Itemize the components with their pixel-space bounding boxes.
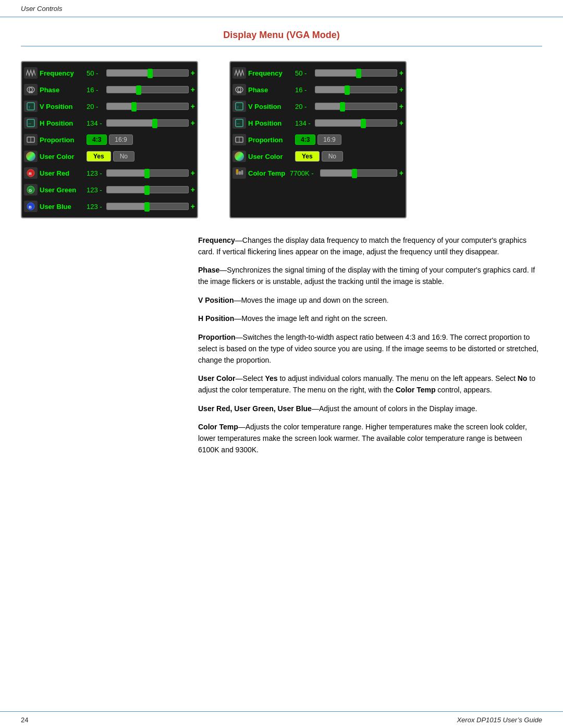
phase-label-right: Phase: [248, 86, 295, 94]
page-title: Display Menu (VGA Mode): [21, 30, 542, 46]
hpos-plus-right: +: [399, 119, 403, 127]
proportion-desc-para: Proportion—Switches the length-to-width …: [198, 332, 542, 366]
freq-slider-left[interactable]: [106, 69, 189, 77]
proportion-icon-left: [24, 134, 38, 145]
usercolor-bold-colortemp: Color Temp: [396, 386, 436, 394]
vpos-slider-right[interactable]: [315, 103, 397, 110]
frequency-icon-right: [232, 67, 246, 79]
colortemp-label-right: Color Temp: [248, 169, 290, 177]
usercolor-no-btn-right[interactable]: No: [322, 151, 343, 162]
usercolor-label-right: User Color: [248, 153, 295, 161]
vpos-row-right: ↕ V Position 20 - +: [232, 98, 403, 114]
vpos-label-right: V Position: [248, 103, 295, 110]
frequency-icon-left: [24, 67, 38, 79]
userred-icon-left: R: [24, 167, 38, 179]
usercolor-btns-left: Yes No: [87, 151, 195, 162]
footer-bar: 24 Xerox DP1015 User’s Guide: [0, 711, 563, 728]
usercolor-row-right: User Color Yes No: [232, 149, 403, 164]
hpos-label-left: H Position: [40, 119, 87, 127]
userblue-slider-left[interactable]: [106, 203, 189, 210]
proportion-icon-right: [232, 134, 246, 145]
proportion-text: Switches the length-to-width aspect rati…: [198, 333, 538, 364]
freq-row-right: Frequency 50 - +: [232, 65, 403, 81]
hpos-slider-left[interactable]: [106, 119, 189, 127]
colortemp-value-right: 7700K -: [290, 169, 320, 177]
svg-text:R: R: [29, 171, 32, 176]
right-osd-menu: Frequency 50 - + Phase 16 -: [229, 61, 407, 218]
proportion-43-btn-right[interactable]: 4:3: [295, 134, 315, 145]
phase-row-left: Phase 16 - +: [24, 82, 195, 97]
proportion-label-right: Proportion: [248, 136, 295, 144]
proportion-row-left: Proportion 4:3 16:9: [24, 132, 195, 147]
hpos-sep: —: [234, 314, 241, 323]
svg-text:G: G: [29, 188, 32, 193]
rgb-sep: —: [312, 404, 319, 413]
svg-text:B: B: [29, 205, 32, 209]
colortemp-sep: —: [238, 423, 246, 431]
vpos-label-left: V Position: [40, 103, 87, 110]
rgb-desc-para: User Red, User Green, User Blue—Adjust t…: [198, 403, 542, 415]
usergreen-label-left: User Green: [40, 186, 87, 194]
svg-text:↕: ↕: [28, 105, 30, 109]
userred-slider-left[interactable]: [106, 169, 189, 177]
phase-icon-right: [232, 84, 246, 95]
colortemp-desc-para: Color Temp—Adjusts the color temperature…: [198, 422, 542, 455]
vposition-icon-right: ↕: [232, 101, 246, 112]
top-bar: User Controls: [0, 0, 563, 17]
phase-slider-left[interactable]: [106, 86, 189, 93]
phase-term: Phase: [198, 266, 219, 274]
userblue-icon-left: B: [24, 201, 38, 212]
usercolor-yes-btn-right[interactable]: Yes: [295, 151, 320, 162]
proportion-169-btn-left[interactable]: 16:9: [109, 134, 132, 145]
freq-slider-right[interactable]: [315, 69, 397, 77]
usercolor-text2: to adjust individual colors manually. Th…: [278, 374, 518, 382]
phase-label-left: Phase: [40, 86, 87, 94]
proportion-label-left: Proportion: [40, 136, 87, 144]
usercolor-bold-no: No: [518, 374, 528, 382]
freq-term: Frequency: [198, 236, 235, 244]
colortemp-slider-right[interactable]: [320, 169, 397, 177]
userblue-value-left: 123 -: [87, 203, 106, 211]
svg-rect-29: [241, 170, 243, 175]
freq-label-right: Frequency: [248, 69, 295, 77]
phase-slider-right[interactable]: [315, 86, 397, 93]
userred-row-left: R User Red 123 - +: [24, 165, 195, 181]
menus-row: Frequency 50 - + Phase 16 -: [0, 61, 563, 218]
vpos-text: Moves the image up and down on the scree…: [241, 296, 388, 304]
hpos-slider-right[interactable]: [315, 119, 397, 127]
usercolor-no-btn-left[interactable]: No: [113, 151, 134, 162]
usercolor-label-left: User Color: [40, 153, 87, 161]
usergreen-value-left: 123 -: [87, 186, 106, 194]
vpos-row-left: ↕ V Position 20 - +: [24, 98, 195, 114]
vpos-desc-para: V Position—Moves the image up and down o…: [198, 295, 542, 306]
freq-desc-para: Frequency—Changes the display data frequ…: [198, 235, 542, 257]
freq-value-right: 50 -: [295, 69, 315, 77]
usercolor-text4: control, appears.: [435, 386, 492, 394]
colortemp-plus-right: +: [399, 169, 403, 177]
usercolor-icon-right: [232, 151, 246, 162]
vpos-sep: —: [234, 296, 241, 304]
svg-rect-28: [239, 171, 241, 175]
usercolor-term: User Color: [198, 374, 236, 382]
svg-text:↕: ↕: [237, 105, 239, 109]
vpos-term: V Position: [198, 296, 234, 304]
vpos-value-right: 20 -: [295, 103, 315, 110]
usercolor-desc-para: User Color—Select Yes to adjust individu…: [198, 373, 542, 396]
rgb-term: User Red, User Green, User Blue: [198, 404, 312, 413]
section-label: User Controls: [21, 5, 62, 13]
freq-value-left: 50 -: [87, 69, 106, 77]
usergreen-slider-left[interactable]: [106, 186, 189, 193]
svg-text:↔: ↔: [28, 121, 32, 126]
usercolor-text1: Select: [243, 374, 265, 382]
proportion-btns-right: 4:3 16:9: [295, 134, 403, 145]
hpos-desc-para: H Position—Moves the image left and righ…: [198, 313, 542, 325]
phase-row-right: Phase 16 - +: [232, 82, 403, 97]
vpos-slider-left[interactable]: [106, 103, 189, 110]
proportion-row-right: Proportion 4:3 16:9: [232, 132, 403, 147]
usercolor-row-left: User Color Yes No: [24, 149, 195, 164]
proportion-43-btn-left[interactable]: 4:3: [87, 134, 107, 145]
proportion-sep: —: [236, 333, 243, 341]
usergreen-plus-left: +: [191, 186, 195, 194]
usercolor-yes-btn-left[interactable]: Yes: [87, 151, 111, 162]
proportion-169-btn-right[interactable]: 16:9: [317, 134, 341, 145]
